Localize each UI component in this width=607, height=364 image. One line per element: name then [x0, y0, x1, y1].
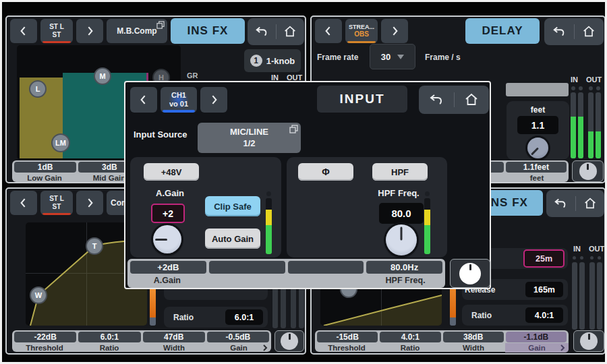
footer-value-a-gain[interactable]: +2dB — [130, 261, 206, 274]
next-channel-button[interactable] — [76, 191, 103, 215]
gr-label: GR — [187, 71, 198, 80]
next-channel-button[interactable] — [76, 19, 103, 43]
gain-detail-chevron-icon — [559, 344, 566, 351]
knob-icon — [281, 332, 298, 350]
back-button[interactable] — [544, 18, 574, 45]
release-value: 165m — [525, 282, 563, 297]
next-channel-button[interactable] — [381, 19, 408, 43]
chevron-right-icon — [207, 93, 221, 107]
footer-value-gain-selected[interactable]: -1.1dB — [506, 332, 567, 342]
prev-channel-button[interactable] — [130, 87, 157, 113]
channel-name2: ST — [53, 203, 61, 211]
phase-button[interactable]: Φ — [298, 163, 353, 181]
footer-value-ratio[interactable]: 4.0:1 — [380, 332, 440, 342]
home-icon — [581, 24, 596, 39]
out-meter-r — [597, 262, 602, 330]
channel-select-button[interactable]: ST L ST — [40, 19, 73, 43]
channel-select-button[interactable]: CH1 vo 01 — [161, 87, 197, 113]
a-gain-knob[interactable] — [153, 225, 181, 253]
footer-value-width[interactable]: 47dB — [143, 332, 205, 342]
out-meter-l — [589, 262, 595, 330]
channel-color-bar — [42, 213, 71, 215]
footer-label-width: Width — [142, 343, 206, 353]
a-gain-value[interactable]: +2 — [151, 204, 185, 223]
undo-icon — [553, 196, 568, 211]
delay-knob[interactable] — [527, 138, 548, 158]
home-button[interactable] — [576, 190, 605, 217]
auto-gain-button[interactable]: Auto Gain — [205, 229, 260, 249]
hpf-freq-label: HPF Freq. — [363, 188, 434, 198]
in-label: IN — [573, 245, 581, 253]
input-source-button[interactable]: MIC/LINE 1/2 — [198, 123, 301, 153]
footer-value-feet[interactable]: 1.1feet — [506, 162, 567, 173]
one-knob-button[interactable]: 1 1-knob — [244, 49, 301, 72]
band-handle-lowmid[interactable]: LM — [51, 133, 70, 152]
in-meter-l — [572, 262, 577, 330]
footer-value-3[interactable] — [288, 261, 364, 274]
channel-name2: vo 01 — [169, 100, 188, 109]
delay-scale-bar — [506, 83, 569, 96]
hpf-button[interactable]: HPF — [372, 163, 428, 181]
home-icon — [463, 92, 480, 108]
home-button[interactable] — [277, 18, 305, 45]
nav-group — [248, 18, 304, 45]
knob-icon — [459, 263, 481, 284]
footer-value-gain[interactable]: -0.5dB — [207, 332, 269, 342]
footer-value-ratio[interactable]: 6.0:1 — [78, 332, 140, 342]
phantom-48v-button[interactable]: +48V — [144, 163, 199, 181]
footer-value-width[interactable]: 38dB — [443, 332, 504, 342]
band-handle-mid[interactable]: M — [94, 67, 111, 85]
knob-icon — [580, 332, 598, 350]
back-button[interactable] — [419, 86, 454, 114]
footer-label-hpf-freq: HPF Freq. — [366, 275, 445, 286]
hpf-freq-value[interactable]: 80.0 — [379, 203, 424, 224]
prev-channel-button[interactable] — [315, 19, 342, 43]
feet-value[interactable]: 1.1 — [517, 116, 558, 134]
param-footer: -15dB 4.0:1 38dB -1.1dB Threshold Ratio … — [315, 330, 569, 352]
peak-dot — [579, 86, 583, 90]
chevron-left-icon — [322, 24, 335, 38]
touch-knob-button[interactable] — [572, 160, 604, 182]
prev-channel-button[interactable] — [10, 191, 37, 215]
fx-preset-button[interactable]: M.B.Comp — [107, 19, 167, 43]
prev-channel-button[interactable] — [10, 19, 37, 43]
out-meter-r — [596, 92, 601, 158]
channel-color-bar — [347, 41, 376, 43]
channel-select-button[interactable]: ST L ST — [40, 191, 73, 215]
home-button[interactable] — [575, 18, 604, 45]
input-level-meter — [266, 198, 272, 254]
band-handle-low[interactable]: L — [29, 80, 47, 98]
width-handle[interactable]: W — [30, 286, 47, 304]
clip-safe-button[interactable]: Clip Safe — [205, 196, 260, 216]
frame-rate-dropdown[interactable]: 30 — [370, 44, 415, 69]
threshold-handle[interactable]: T — [86, 237, 103, 255]
touch-knob-button[interactable] — [573, 330, 604, 352]
back-button[interactable] — [248, 18, 276, 45]
peak-dot — [598, 256, 601, 260]
attack-value[interactable]: 25m — [523, 249, 565, 268]
hpf-freq-knob[interactable] — [386, 224, 417, 255]
touch-knob-button[interactable] — [274, 330, 304, 352]
next-channel-button[interactable] — [200, 87, 227, 113]
touch-knob-button[interactable] — [450, 259, 490, 288]
channel-name2: ST — [53, 31, 61, 39]
home-button[interactable] — [455, 86, 490, 114]
out-meter-l — [588, 92, 594, 158]
footer-value-2[interactable] — [209, 261, 285, 274]
in-meter-l — [571, 92, 576, 158]
param-row-ratio[interactable]: Ratio 6.0:1 — [164, 307, 268, 328]
footer-value-low-gain[interactable]: 1dB — [14, 162, 76, 173]
param-label: Ratio — [173, 313, 194, 322]
footer-value-hpf-freq[interactable]: 80.0Hz — [366, 261, 442, 274]
channel-color-bar — [163, 110, 195, 113]
param-row-ratio[interactable]: Ratio 4.0:1 — [462, 305, 568, 326]
footer-label-gain: Gain — [505, 343, 569, 353]
back-button[interactable] — [546, 190, 575, 217]
footer-value-threshold[interactable]: -22dB — [14, 332, 76, 342]
phase-icon: Φ — [322, 166, 330, 177]
footer-value-threshold[interactable]: -15dB — [317, 332, 378, 342]
footer-label-threshold: Threshold — [315, 343, 378, 353]
footer-label-low-gain: Low Gain — [12, 173, 77, 183]
channel-select-button[interactable]: STREA... OBS — [345, 19, 378, 43]
knob-icon — [579, 162, 597, 180]
